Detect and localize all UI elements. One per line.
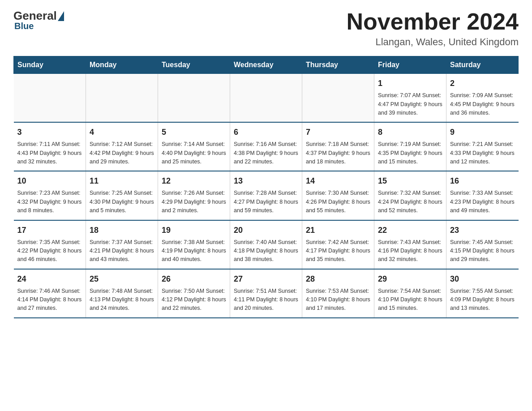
- logo-blue-underline: Blue: [14, 21, 34, 31]
- calendar-cell: 29Sunrise: 7:54 AM Sunset: 4:10 PM Dayli…: [374, 269, 446, 318]
- calendar-cell: 8Sunrise: 7:19 AM Sunset: 4:35 PM Daylig…: [374, 122, 446, 171]
- calendar-cell: [230, 74, 302, 123]
- location-label: Llangan, Wales, United Kingdom: [347, 36, 519, 48]
- calendar-cell: 25Sunrise: 7:48 AM Sunset: 4:13 PM Dayli…: [86, 269, 158, 318]
- day-info: Sunrise: 7:55 AM Sunset: 4:09 PM Dayligh…: [450, 287, 515, 313]
- calendar-cell: 27Sunrise: 7:51 AM Sunset: 4:11 PM Dayli…: [230, 269, 302, 318]
- day-info: Sunrise: 7:11 AM Sunset: 4:43 PM Dayligh…: [17, 140, 82, 166]
- col-saturday: Saturday: [446, 56, 519, 74]
- day-info: Sunrise: 7:07 AM Sunset: 4:47 PM Dayligh…: [378, 91, 442, 117]
- page-header: General Blue November 2024 Llangan, Wale…: [13, 9, 519, 48]
- calendar-cell: 15Sunrise: 7:32 AM Sunset: 4:24 PM Dayli…: [374, 171, 446, 220]
- calendar-cell: 4Sunrise: 7:12 AM Sunset: 4:42 PM Daylig…: [86, 122, 158, 171]
- day-info: Sunrise: 7:25 AM Sunset: 4:30 PM Dayligh…: [90, 189, 154, 215]
- calendar-cell: [14, 74, 86, 123]
- day-info: Sunrise: 7:43 AM Sunset: 4:16 PM Dayligh…: [378, 238, 442, 264]
- month-title: November 2024: [347, 9, 519, 34]
- day-info: Sunrise: 7:12 AM Sunset: 4:42 PM Dayligh…: [90, 140, 154, 166]
- day-number: 1: [378, 77, 442, 90]
- calendar-cell: [158, 74, 230, 123]
- day-number: 18: [90, 224, 154, 236]
- calendar-week-row: 24Sunrise: 7:46 AM Sunset: 4:14 PM Dayli…: [14, 269, 519, 318]
- day-info: Sunrise: 7:38 AM Sunset: 4:19 PM Dayligh…: [162, 238, 226, 264]
- calendar-cell: [302, 74, 374, 123]
- calendar-cell: 30Sunrise: 7:55 AM Sunset: 4:09 PM Dayli…: [446, 269, 519, 318]
- day-info: Sunrise: 7:19 AM Sunset: 4:35 PM Dayligh…: [378, 140, 442, 166]
- day-number: 17: [17, 224, 82, 236]
- day-number: 11: [90, 175, 154, 187]
- day-number: 10: [17, 175, 82, 187]
- day-info: Sunrise: 7:45 AM Sunset: 4:15 PM Dayligh…: [450, 238, 515, 264]
- col-thursday: Thursday: [302, 56, 374, 74]
- calendar-cell: 20Sunrise: 7:40 AM Sunset: 4:18 PM Dayli…: [230, 220, 302, 269]
- day-number: 14: [306, 175, 370, 187]
- calendar-cell: 6Sunrise: 7:16 AM Sunset: 4:38 PM Daylig…: [230, 122, 302, 171]
- title-area: November 2024 Llangan, Wales, United Kin…: [347, 9, 519, 48]
- day-number: 8: [378, 126, 442, 138]
- calendar-cell: 16Sunrise: 7:33 AM Sunset: 4:23 PM Dayli…: [446, 171, 519, 220]
- day-info: Sunrise: 7:23 AM Sunset: 4:32 PM Dayligh…: [17, 189, 82, 215]
- calendar-week-row: 17Sunrise: 7:35 AM Sunset: 4:22 PM Dayli…: [14, 220, 519, 269]
- calendar-cell: 17Sunrise: 7:35 AM Sunset: 4:22 PM Dayli…: [14, 220, 86, 269]
- calendar-cell: 2Sunrise: 7:09 AM Sunset: 4:45 PM Daylig…: [446, 74, 519, 123]
- day-number: 5: [162, 126, 226, 138]
- day-number: 4: [90, 126, 154, 138]
- calendar-cell: 5Sunrise: 7:14 AM Sunset: 4:40 PM Daylig…: [158, 122, 230, 171]
- col-monday: Monday: [86, 56, 158, 74]
- day-number: 23: [450, 224, 515, 236]
- day-number: 26: [162, 273, 226, 285]
- day-info: Sunrise: 7:14 AM Sunset: 4:40 PM Dayligh…: [162, 140, 226, 166]
- calendar-cell: 26Sunrise: 7:50 AM Sunset: 4:12 PM Dayli…: [158, 269, 230, 318]
- calendar-cell: 7Sunrise: 7:18 AM Sunset: 4:37 PM Daylig…: [302, 122, 374, 171]
- calendar-cell: 23Sunrise: 7:45 AM Sunset: 4:15 PM Dayli…: [446, 220, 519, 269]
- day-info: Sunrise: 7:32 AM Sunset: 4:24 PM Dayligh…: [378, 189, 442, 215]
- weekday-header-row: Sunday Monday Tuesday Wednesday Thursday…: [14, 56, 519, 74]
- day-number: 21: [306, 224, 370, 236]
- calendar-cell: [86, 74, 158, 123]
- calendar-cell: 10Sunrise: 7:23 AM Sunset: 4:32 PM Dayli…: [14, 171, 86, 220]
- day-info: Sunrise: 7:09 AM Sunset: 4:45 PM Dayligh…: [450, 91, 515, 117]
- calendar-cell: 11Sunrise: 7:25 AM Sunset: 4:30 PM Dayli…: [86, 171, 158, 220]
- calendar-cell: 3Sunrise: 7:11 AM Sunset: 4:43 PM Daylig…: [14, 122, 86, 171]
- day-info: Sunrise: 7:21 AM Sunset: 4:33 PM Dayligh…: [450, 140, 515, 166]
- day-number: 7: [306, 126, 370, 138]
- calendar-header: Sunday Monday Tuesday Wednesday Thursday…: [14, 56, 519, 74]
- calendar-cell: 19Sunrise: 7:38 AM Sunset: 4:19 PM Dayli…: [158, 220, 230, 269]
- day-number: 27: [234, 273, 298, 285]
- day-info: Sunrise: 7:37 AM Sunset: 4:21 PM Dayligh…: [90, 238, 154, 264]
- col-wednesday: Wednesday: [230, 56, 302, 74]
- day-info: Sunrise: 7:30 AM Sunset: 4:26 PM Dayligh…: [306, 189, 370, 215]
- calendar-cell: 12Sunrise: 7:26 AM Sunset: 4:29 PM Dayli…: [158, 171, 230, 220]
- col-friday: Friday: [374, 56, 446, 74]
- day-number: 2: [450, 77, 515, 90]
- day-number: 13: [234, 175, 298, 187]
- day-info: Sunrise: 7:16 AM Sunset: 4:38 PM Dayligh…: [234, 140, 298, 166]
- day-number: 12: [162, 175, 226, 187]
- day-info: Sunrise: 7:42 AM Sunset: 4:17 PM Dayligh…: [306, 238, 370, 264]
- day-info: Sunrise: 7:33 AM Sunset: 4:23 PM Dayligh…: [450, 189, 515, 215]
- calendar-week-row: 10Sunrise: 7:23 AM Sunset: 4:32 PM Dayli…: [14, 171, 519, 220]
- calendar-cell: 28Sunrise: 7:53 AM Sunset: 4:10 PM Dayli…: [302, 269, 374, 318]
- day-info: Sunrise: 7:35 AM Sunset: 4:22 PM Dayligh…: [17, 238, 82, 264]
- day-info: Sunrise: 7:54 AM Sunset: 4:10 PM Dayligh…: [378, 287, 442, 313]
- day-info: Sunrise: 7:51 AM Sunset: 4:11 PM Dayligh…: [234, 287, 298, 313]
- day-number: 6: [234, 126, 298, 138]
- day-number: 9: [450, 126, 515, 138]
- calendar-table: Sunday Monday Tuesday Wednesday Thursday…: [13, 56, 519, 318]
- day-number: 28: [306, 273, 370, 285]
- calendar-week-row: 1Sunrise: 7:07 AM Sunset: 4:47 PM Daylig…: [14, 74, 519, 123]
- calendar-cell: 9Sunrise: 7:21 AM Sunset: 4:33 PM Daylig…: [446, 122, 519, 171]
- day-number: 3: [17, 126, 82, 138]
- calendar-cell: 14Sunrise: 7:30 AM Sunset: 4:26 PM Dayli…: [302, 171, 374, 220]
- calendar-cell: 1Sunrise: 7:07 AM Sunset: 4:47 PM Daylig…: [374, 74, 446, 123]
- col-tuesday: Tuesday: [158, 56, 230, 74]
- logo-triangle-icon: [58, 11, 64, 21]
- day-info: Sunrise: 7:46 AM Sunset: 4:14 PM Dayligh…: [17, 287, 82, 313]
- day-number: 19: [162, 224, 226, 236]
- day-info: Sunrise: 7:53 AM Sunset: 4:10 PM Dayligh…: [306, 287, 370, 313]
- calendar-cell: 18Sunrise: 7:37 AM Sunset: 4:21 PM Dayli…: [86, 220, 158, 269]
- day-info: Sunrise: 7:26 AM Sunset: 4:29 PM Dayligh…: [162, 189, 226, 215]
- day-number: 24: [17, 273, 82, 285]
- day-number: 25: [90, 273, 154, 285]
- calendar-body: 1Sunrise: 7:07 AM Sunset: 4:47 PM Daylig…: [14, 74, 519, 318]
